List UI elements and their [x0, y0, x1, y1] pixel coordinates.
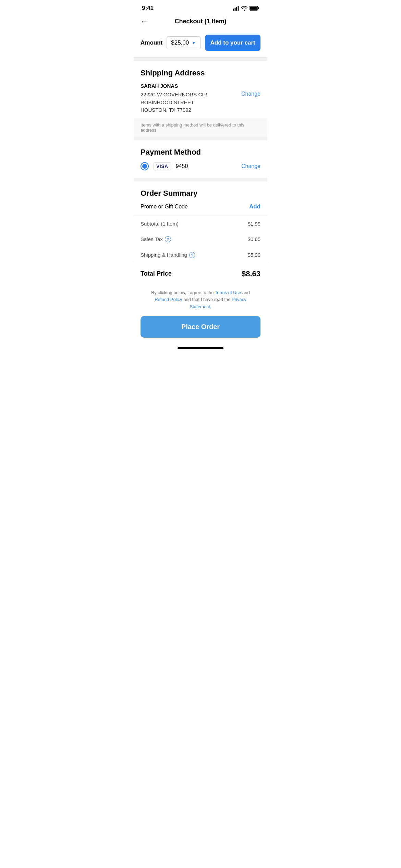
payment-method-section: Payment Method VISA 9450 Change — [134, 140, 267, 178]
subtotal-value: $1.99 — [247, 221, 260, 227]
payment-change-button[interactable]: Change — [241, 163, 260, 169]
svg-rect-1 — [235, 8, 236, 11]
sales-tax-label: Sales Tax ? — [141, 236, 171, 242]
visa-badge: VISA — [154, 162, 171, 170]
address-line1: 2222C W GOVERNORS CIR ROBINHOOD STREET — [141, 92, 207, 105]
shipping-section-title: Shipping Address — [141, 69, 260, 77]
address-text: 2222C W GOVERNORS CIR ROBINHOOD STREET H… — [141, 91, 238, 114]
battery-icon — [250, 6, 259, 11]
total-row: Total Price $8.63 — [141, 263, 260, 286]
refund-link[interactable]: Refund Policy — [155, 297, 182, 302]
section-divider-3 — [134, 178, 267, 181]
section-divider — [134, 58, 267, 61]
shipping-label: Shipping & Handling ? — [141, 252, 195, 258]
address-name: SARAH JONAS — [141, 83, 260, 89]
shipping-info-icon[interactable]: ? — [189, 252, 195, 258]
sales-tax-row: Sales Tax ? $0.65 — [141, 231, 260, 247]
page-title: Checkout (1 Item) — [174, 18, 226, 25]
sales-tax-value: $0.65 — [247, 236, 260, 242]
legal-section: By clicking below, I agree to the Terms … — [134, 286, 267, 316]
promo-label: Promo or Gift Code — [141, 204, 188, 210]
payment-section-title: Payment Method — [141, 148, 260, 157]
address-row: 2222C W GOVERNORS CIR ROBINHOOD STREET H… — [141, 91, 260, 114]
svg-rect-3 — [238, 6, 239, 11]
svg-rect-5 — [258, 7, 259, 9]
nav-header: ← Checkout (1 Item) — [134, 14, 267, 30]
add-promo-button[interactable]: Add — [249, 203, 260, 210]
home-indicator — [134, 345, 267, 354]
promo-row: Promo or Gift Code Add — [141, 203, 260, 216]
amount-value: $25.00 — [171, 39, 189, 46]
add-to-cart-button[interactable]: Add to your cart — [205, 35, 260, 51]
svg-rect-2 — [236, 7, 237, 11]
signal-icon — [233, 6, 239, 11]
order-summary-section: Order Summary Promo or Gift Code Add Sub… — [134, 181, 267, 286]
payment-row: VISA 9450 Change — [141, 162, 260, 170]
shipping-note: Items with a shipping method will be del… — [134, 118, 267, 137]
svg-rect-6 — [250, 7, 257, 10]
chevron-down-icon: ▼ — [192, 40, 196, 45]
total-label: Total Price — [141, 270, 172, 277]
address-line2: HOUSTON, TX 77092 — [141, 107, 191, 113]
subtotal-label: Subtotal (1 Item) — [141, 221, 179, 227]
legal-text: By clicking below, I agree to the Terms … — [144, 289, 257, 311]
card-last4: 9450 — [176, 163, 188, 169]
svg-rect-0 — [233, 9, 234, 11]
amount-label: Amount — [141, 39, 162, 46]
status-time: 9:41 — [142, 5, 154, 12]
section-divider-2 — [134, 137, 267, 140]
shipping-change-button[interactable]: Change — [241, 91, 260, 97]
wifi-icon — [241, 6, 247, 11]
status-icons — [233, 6, 259, 11]
subtotal-row: Subtotal (1 Item) $1.99 — [141, 216, 260, 231]
radio-inner — [142, 164, 147, 169]
payment-left: VISA 9450 — [141, 162, 188, 170]
amount-dropdown[interactable]: $25.00 ▼ — [167, 36, 201, 49]
shipping-value: $5.99 — [247, 252, 260, 258]
order-summary-title: Order Summary — [141, 189, 260, 198]
home-bar — [178, 347, 223, 349]
sales-tax-info-icon[interactable]: ? — [165, 236, 171, 242]
shipping-row: Shipping & Handling ? $5.99 — [141, 247, 260, 263]
shipping-address-section: Shipping Address SARAH JONAS 2222C W GOV… — [134, 61, 267, 137]
terms-link[interactable]: Terms of Use — [215, 290, 241, 295]
place-order-button[interactable]: Place Order — [141, 316, 260, 338]
amount-row: Amount $25.00 ▼ Add to your cart — [134, 30, 267, 58]
payment-radio[interactable] — [141, 162, 149, 170]
total-value: $8.63 — [242, 269, 260, 278]
back-button[interactable]: ← — [141, 17, 148, 26]
status-bar: 9:41 — [134, 0, 267, 14]
